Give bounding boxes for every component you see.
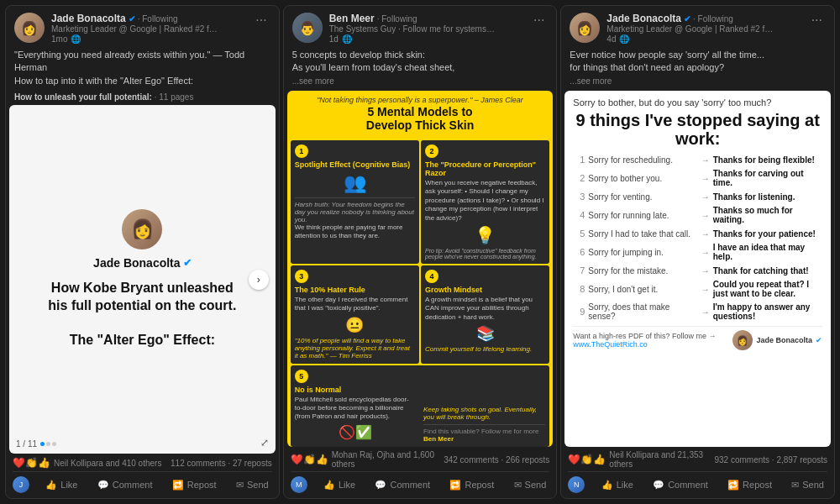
footer-link[interactable]: www.TheQuietRich.co <box>573 340 648 349</box>
verified-icon-3: ✔ <box>684 14 690 24</box>
reaction-icons-1: ❤️👏👍 <box>13 457 50 469</box>
card1-quote3: The "Alter Ego" Effect: <box>48 332 236 349</box>
avatar-3: 👩 <box>570 13 600 43</box>
author-name-1: Jade Bonacolta ✔ · Following <box>51 13 245 24</box>
like-button-3[interactable]: 👍 Like <box>598 476 637 493</box>
repost-button-1[interactable]: 🔁 Repost <box>169 476 220 493</box>
avatar-img-2: 👨 <box>292 13 323 43</box>
action-bar-2: M 👍 Like 💬 Comment 🔁 Repost ✉ Send <box>291 475 550 495</box>
post-card-3: 👩 Jade Bonacolta ✔ · Following Marketing… <box>560 5 835 499</box>
thing-row-9: 9 Sorry, does that make sense? → I'm hap… <box>573 302 822 321</box>
card2-item-4: 4 Growth Mindset A growth mindset is a b… <box>421 265 549 364</box>
name-text-2: Ben Meer <box>329 13 375 24</box>
card2-item-2: 2 The "Procedure or Perception" Razor Wh… <box>421 140 549 264</box>
thing-sorry-2: Sorry to bother you. <box>588 174 697 183</box>
thing-arrow-6: → <box>701 248 710 257</box>
thing-thanks-6: I have an idea that may help. <box>713 243 822 261</box>
footer-avatar-3: 👩 <box>732 330 753 350</box>
comments-text-1: 112 comments · 27 reposts <box>171 459 272 468</box>
thing-arrow-9: → <box>701 307 710 317</box>
thing-thanks-2: Thanks for carving out time. <box>713 169 822 187</box>
like-icon-2: 👍 <box>323 480 335 491</box>
action-bar-1: J 👍 Like 💬 Comment 🔁 Repost ✉ Send <box>13 475 272 495</box>
post-footer-2: ❤️👏👍 Mohan Raj, Ojha and 1,600 others 34… <box>284 447 557 498</box>
card1-avatar: 👩 <box>122 209 162 249</box>
thing-sorry-9: Sorry, does that make sense? <box>588 302 697 321</box>
avatar-2: 👨 <box>292 13 323 43</box>
thing-row-5: 5 Sorry I had to take that call. → Thank… <box>573 228 822 239</box>
post-card-1: 👩 Jade Bonacolta ✔ · Following Marketing… <box>5 5 280 499</box>
thing-thanks-8: Could you repeat that? I just want to be… <box>713 280 822 298</box>
card2-title: 5 Mental Models to Develop Thick Skin <box>294 106 547 132</box>
user-avatar-3: N <box>568 476 585 493</box>
card3-content: Sorry to bother, but do you say 'sorry' … <box>564 91 831 447</box>
thing-sorry-1: Sorry for rescheduling. <box>588 155 697 165</box>
author-bio-2: The Systems Guy · Follow me for systems … <box>329 24 497 34</box>
send-icon-2: ✉ <box>514 480 522 491</box>
comment-icon-3: 💬 <box>653 480 664 491</box>
repost-button-2[interactable]: 🔁 Repost <box>446 476 497 493</box>
comment-icon-2: 💬 <box>375 480 386 491</box>
card2-item-1: 1 Spotlight Effect (Cognitive Bias) 👥 Ha… <box>291 140 419 264</box>
thing-num-2: 2 <box>573 173 585 183</box>
card2-header: "Not taking things personally is a super… <box>287 91 554 137</box>
likes-text-1: Neil Kollipara and 410 others <box>54 459 167 468</box>
send-button-2[interactable]: ✉ Send <box>511 476 550 493</box>
comment-button-3[interactable]: 💬 Comment <box>649 476 711 493</box>
card3-title: 9 things I've stopped saying at work: <box>573 111 822 148</box>
card2-quote: "Not taking things personally is a super… <box>294 96 547 104</box>
send-button-3[interactable]: ✉ Send <box>788 476 827 493</box>
send-icon-1: ✉ <box>236 480 244 491</box>
card3-intro: Sorry to bother, but do you say 'sorry' … <box>573 97 822 108</box>
thing-num-1: 1 <box>573 155 585 165</box>
more-button-3[interactable]: ··· <box>808 13 826 28</box>
thing-thanks-9: I'm happy to answer any questions! <box>713 302 822 321</box>
expand-icon-1[interactable]: ⤢ <box>260 437 269 449</box>
divider-1 <box>13 471 272 472</box>
comment-button-1[interactable]: 💬 Comment <box>94 476 156 493</box>
like-button-1[interactable]: 👍 Like <box>42 476 81 493</box>
comment-button-2[interactable]: 💬 Comment <box>371 476 433 493</box>
globe-icon-2: 🌐 <box>342 34 352 44</box>
dot-1 <box>40 442 45 446</box>
author-name-3: Jade Bonacolta ✔ · Following <box>606 13 801 24</box>
repost-button-3[interactable]: 🔁 Repost <box>724 476 775 493</box>
footer-text-span: Want a high-res PDF of this? Follow me → <box>573 332 716 340</box>
thing-sorry-8: Sorry, I don't get it. <box>588 285 697 294</box>
thing-row-2: 2 Sorry to bother you. → Thanks for carv… <box>573 169 822 187</box>
comment-icon-1: 💬 <box>97 480 109 491</box>
thing-sorry-5: Sorry I had to take that call. <box>588 229 697 239</box>
thing-num-8: 8 <box>573 284 585 294</box>
see-more-3[interactable]: ...see more <box>570 76 612 86</box>
send-button-1[interactable]: ✉ Send <box>233 476 272 493</box>
reaction-icons-3: ❤️👏👍 <box>568 454 606 465</box>
like-button-2[interactable]: 👍 Like <box>320 476 359 493</box>
thing-thanks-5: Thanks for your patience! <box>713 229 822 239</box>
repost-icon-2: 🔁 <box>449 480 461 491</box>
more-button-1[interactable]: ··· <box>252 13 270 28</box>
likes-row-3: ❤️👏👍 Neil Kollipara and 21,353 others 93… <box>568 450 827 469</box>
more-button-2[interactable]: ··· <box>530 13 548 28</box>
following-badge-2: · Following <box>377 14 417 24</box>
post-image-2: "Not taking things personally is a super… <box>287 91 554 447</box>
thing-sorry-4: Sorry for running late. <box>588 211 697 220</box>
action-bar-3: N 👍 Like 💬 Comment 🔁 Repost ✉ Send <box>568 475 827 495</box>
card2-item-5: 5 No is Normal Paul Mitchell sold encycl… <box>291 365 550 447</box>
card1-quote2: his full potential on the court. <box>48 297 236 315</box>
time-text-3: 4d <box>606 34 616 44</box>
post-card-2: 👨 Ben Meer · Following The Systems Guy ·… <box>283 5 558 499</box>
card2-title1: 5 Mental Models to <box>294 106 547 118</box>
slide-pages-1: · 11 pages <box>155 92 194 102</box>
thing-sorry-6: Sorry for jumping in. <box>588 248 697 257</box>
repost-icon-1: 🔁 <box>172 480 184 491</box>
slide-current-1: 1 / 11 <box>16 439 37 449</box>
next-slide-button-1[interactable]: › <box>249 270 269 290</box>
avatar-img-1: 👩 <box>14 13 45 43</box>
time-text-2: 1d <box>329 34 339 44</box>
send-label-2: Send <box>525 480 547 490</box>
like-label-3: Like <box>617 480 633 490</box>
see-more-2[interactable]: ...see more <box>292 76 334 86</box>
footer-verified: ✔ <box>816 336 822 344</box>
like-label-1: Like <box>60 480 77 490</box>
main-text-2: 5 concepts to develop thick skin: <box>292 49 549 61</box>
